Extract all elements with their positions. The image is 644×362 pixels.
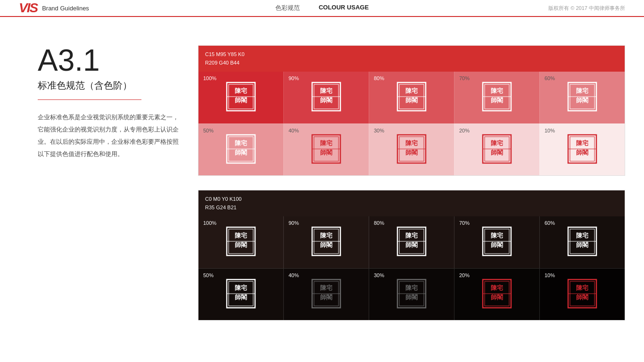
svg-text:陳宅: 陳宅 [576,140,588,147]
seal-stamp: 陳宅 師閣 [567,226,597,258]
cell-percentage-label: 30% [374,272,384,278]
seal-stamp: 陳宅 師閣 [567,82,597,114]
cell-percentage-label: 90% [289,75,299,81]
seal-stamp: 陳宅 師閣 [311,226,341,258]
logo-text: Brand Guidelines [42,5,89,12]
color-cell: 40% 陳宅 師閣 [283,268,369,320]
svg-text:師閣: 師閣 [576,294,588,301]
cell-percentage-label: 90% [289,220,299,226]
seal-stamp: 陳宅 師閣 [396,226,427,258]
black-color-header: C0 M0 Y0 K100R35 G24 B21 [198,190,625,216]
svg-text:師閣: 師閣 [405,149,418,156]
svg-text:陳宅: 陳宅 [491,284,503,291]
copyright: 版权所有 © 2017 中闻律师事务所 [548,5,625,12]
color-cell: 70% 陳宅 師閣 [454,216,539,268]
svg-text:陳宅: 陳宅 [235,140,247,147]
svg-text:陳宅: 陳宅 [320,284,332,291]
color-row: 100% 陳宅 師閣 90% 陳宅 師閣 80% 陳宅 師閣 70% 陳宅 師閣… [198,216,625,268]
seal-stamp: 陳宅 師閣 [311,134,341,166]
svg-text:陳宅: 陳宅 [235,232,247,239]
color-cell: 100% 陳宅 師閣 [198,72,283,123]
nav-colour-usage[interactable]: COLOUR USAGE [319,4,369,12]
svg-text:師閣: 師閣 [491,241,503,248]
svg-text:師閣: 師閣 [235,294,247,301]
color-rows: 100% 陳宅 師閣 90% 陳宅 師閣 80% 陳宅 師閣 70% 陳宅 師閣… [198,72,625,175]
svg-text:師閣: 師閣 [405,294,418,301]
section-number: A3.1 [38,45,179,75]
color-cell: 20% 陳宅 師閣 [454,268,539,320]
svg-text:陳宅: 陳宅 [576,232,588,239]
color-row: 50% 陳宅 師閣 40% 陳宅 師閣 30% 陳宅 師閣 20% 陳宅 師閣 … [198,268,625,320]
cell-percentage-label: 30% [374,128,384,133]
color-cell: 40% 陳宅 師閣 [283,123,369,175]
seal-stamp: 陳宅 師閣 [311,82,341,114]
cell-percentage-label: 100% [203,75,216,81]
section-description: 企业标准色系是企业视觉识别系统的重要元素之一，它能强化企业的视觉识别力度，从专用… [38,111,179,160]
svg-text:陳宅: 陳宅 [491,87,503,94]
logo-vis: VIS [19,0,37,16]
svg-text:師閣: 師閣 [320,294,332,301]
cell-percentage-label: 70% [459,75,470,81]
cell-percentage-label: 40% [289,128,299,133]
seal-stamp: 陳宅 師閣 [311,279,341,311]
cell-percentage-label: 10% [545,272,555,278]
svg-text:陳宅: 陳宅 [320,87,332,94]
cell-percentage-label: 60% [545,75,555,81]
color-cell: 30% 陳宅 師閣 [369,268,454,320]
color-code-line2: R35 G24 B21 [205,205,237,210]
svg-text:師閣: 師閣 [235,241,247,248]
cell-percentage-label: 100% [203,220,216,226]
color-cell: 30% 陳宅 師閣 [369,123,454,175]
svg-text:師閣: 師閣 [576,149,588,156]
cell-percentage-label: 80% [374,220,384,226]
svg-text:師閣: 師閣 [320,241,332,248]
color-row: 100% 陳宅 師閣 90% 陳宅 師閣 80% 陳宅 師閣 70% 陳宅 師閣… [198,72,625,123]
cell-percentage-label: 40% [289,272,299,278]
svg-text:師閣: 師閣 [491,294,503,301]
header: VIS Brand Guidelines 色彩规范 COLOUR USAGE 版… [0,0,644,17]
svg-text:師閣: 師閣 [576,97,588,104]
color-cell: 90% 陳宅 師閣 [283,72,369,123]
seal-stamp: 陳宅 師閣 [482,279,512,311]
color-cell: 50% 陳宅 師閣 [198,268,283,320]
svg-text:陳宅: 陳宅 [405,87,418,94]
color-cell: 10% 陳宅 師閣 [539,123,625,175]
seal-stamp: 陳宅 師閣 [226,226,256,258]
cell-percentage-label: 50% [203,272,214,278]
svg-text:陳宅: 陳宅 [235,87,247,94]
color-code-line1: C0 M0 Y0 K100 [205,196,241,202]
svg-text:師閣: 師閣 [405,97,418,104]
color-cell: 20% 陳宅 師閣 [454,123,539,175]
color-cell: 90% 陳宅 師閣 [283,216,369,268]
red-color-header: C15 M95 Y85 K0R209 G40 B44 [198,46,625,72]
seal-stamp: 陳宅 師閣 [482,82,512,114]
seal-stamp: 陳宅 師閣 [396,134,427,166]
seal-stamp: 陳宅 師閣 [567,279,597,311]
seal-stamp: 陳宅 師閣 [482,226,512,258]
seal-stamp: 陳宅 師閣 [226,134,256,166]
svg-text:陳宅: 陳宅 [320,140,332,147]
svg-text:師閣: 師閣 [320,97,332,104]
cell-percentage-label: 80% [374,75,384,81]
color-cell: 60% 陳宅 師閣 [539,216,625,268]
svg-text:陳宅: 陳宅 [320,232,332,239]
color-row: 50% 陳宅 師閣 40% 陳宅 師閣 30% 陳宅 師閣 20% 陳宅 師閣 … [198,123,625,175]
svg-text:師閣: 師閣 [491,97,503,104]
seal-stamp: 陳宅 師閣 [567,134,597,166]
svg-text:師閣: 師閣 [576,241,588,248]
seal-stamp: 陳宅 師閣 [226,279,256,311]
nav-colour-spec[interactable]: 色彩规范 [275,4,300,12]
color-code-line2: R209 G40 B44 [205,60,239,66]
svg-text:師閣: 師閣 [235,149,247,156]
svg-text:陳宅: 陳宅 [576,87,588,94]
color-cell: 60% 陳宅 師閣 [539,72,625,123]
svg-text:師閣: 師閣 [405,241,418,248]
color-rows: 100% 陳宅 師閣 90% 陳宅 師閣 80% 陳宅 師閣 70% 陳宅 師閣… [198,216,625,320]
svg-text:陳宅: 陳宅 [576,284,588,291]
cell-percentage-label: 60% [545,220,555,226]
svg-text:師閣: 師閣 [320,149,332,156]
header-nav: 色彩规范 COLOUR USAGE [275,4,369,12]
cell-percentage-label: 20% [459,128,470,133]
color-cell: 70% 陳宅 師閣 [454,72,539,123]
cell-percentage-label: 20% [459,272,470,278]
